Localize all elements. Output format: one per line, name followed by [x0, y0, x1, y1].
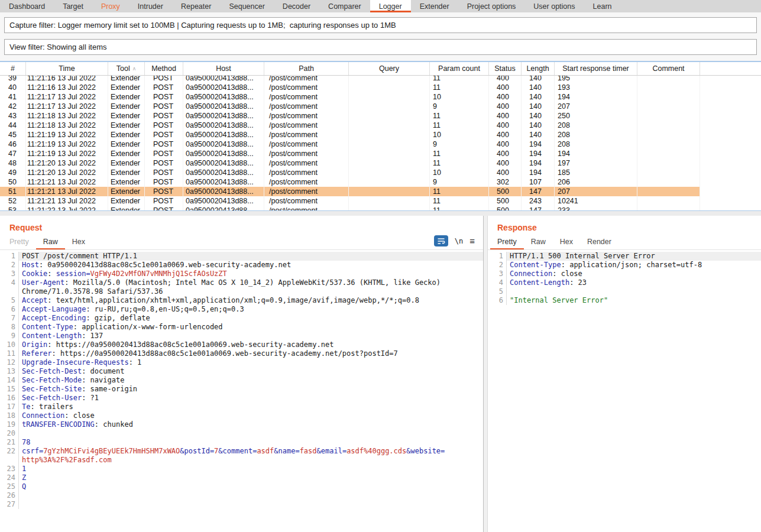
cell-filler [700, 102, 761, 111]
line-content: Upgrade-Insecure-Requests: 1 [19, 358, 483, 367]
log-row-42[interactable]: 4211:21:17 13 Jul 2022ExtenderPOST0a9500… [0, 102, 761, 111]
cell-host: 0a9500020413d88... [183, 102, 264, 111]
col-header-query[interactable]: Query [349, 62, 430, 75]
nav-tab-learn[interactable]: Learn [584, 0, 621, 12]
cell-query [349, 149, 430, 158]
cell-param_count: 11 [430, 111, 489, 121]
log-row-52[interactable]: 5211:21:21 13 Jul 2022ExtenderPOST0a9500… [0, 196, 761, 206]
nav-tab-logger[interactable]: Logger [370, 0, 411, 12]
col-header-time[interactable]: Time [26, 62, 108, 75]
cell-timer: 207 [555, 102, 637, 111]
col-header-comment[interactable]: Comment [637, 62, 700, 75]
cell-host: 0a9500020413d88... [183, 111, 264, 121]
line-number: 17 [0, 403, 19, 411]
cell-time: 11:21:18 13 Jul 2022 [26, 111, 108, 121]
response-tab-render[interactable]: Render [580, 235, 618, 249]
log-row-49[interactable]: 4911:21:20 13 Jul 2022ExtenderPOST0a9500… [0, 168, 761, 177]
col-header--[interactable]: # [0, 62, 26, 75]
cell-path: /post/comment [264, 102, 349, 111]
cell-length: 194 [522, 149, 555, 158]
cell-num: 46 [0, 140, 26, 149]
view-filter-bar[interactable]: View filter: Showing all items [4, 39, 757, 55]
splitter-horizontal[interactable] [0, 211, 761, 216]
nav-tab-sequencer[interactable]: Sequencer [220, 0, 273, 12]
col-header-method[interactable]: Method [145, 62, 183, 75]
cell-status: 400 [489, 168, 522, 177]
cell-host: 0a9500020413d88... [183, 187, 264, 196]
cell-host: 0a9500020413d88... [183, 149, 264, 158]
log-row-39[interactable]: 3911:21:16 13 Jul 2022ExtenderPOST0a9500… [0, 76, 761, 83]
log-row-51[interactable]: 5111:21:21 13 Jul 2022ExtenderPOST0a9500… [0, 187, 761, 196]
response-tab-pretty[interactable]: Pretty [490, 235, 524, 249]
cell-tool: Extender [108, 121, 145, 130]
request-tab-raw[interactable]: Raw [36, 235, 65, 249]
capture-filter-bar[interactable]: Capture filter: Logger memory limit set … [4, 17, 757, 33]
cell-param_count: 11 [430, 76, 489, 83]
col-header-host[interactable]: Host [183, 62, 264, 75]
log-row-53[interactable]: 5311:21:22 13 Jul 2022ExtenderPOST0a9500… [0, 206, 761, 210]
cell-tool: Extender [108, 187, 145, 196]
log-row-50[interactable]: 5011:21:21 13 Jul 2022ExtenderPOST0a9500… [0, 177, 761, 187]
nav-tab-comparer[interactable]: Comparer [319, 0, 370, 12]
col-header-path[interactable]: Path [264, 62, 349, 75]
col-header-tool[interactable]: Tool∧ [108, 62, 145, 75]
log-row-47[interactable]: 4711:21:19 13 Jul 2022ExtenderPOST0a9500… [0, 149, 761, 158]
word-wrap-toggle-icon[interactable] [434, 235, 448, 246]
response-tab-hex[interactable]: Hex [553, 235, 580, 249]
cell-timer: 197 [555, 158, 637, 168]
response-title: Response [497, 223, 761, 232]
response-tab-raw[interactable]: Raw [524, 235, 553, 249]
request-tab-pretty[interactable]: Pretty [2, 235, 36, 249]
log-row-46[interactable]: 4611:21:19 13 Jul 2022ExtenderPOST0a9500… [0, 140, 761, 149]
nav-tab-dashboard[interactable]: Dashboard [0, 0, 54, 12]
log-row-43[interactable]: 4311:21:18 13 Jul 2022ExtenderPOST0a9500… [0, 111, 761, 121]
code-line: 8Content-Type: application/x-www-form-ur… [0, 323, 483, 332]
cell-time: 11:21:17 13 Jul 2022 [26, 102, 108, 111]
log-row-41[interactable]: 4111:21:17 13 Jul 2022ExtenderPOST0a9500… [0, 92, 761, 102]
response-editor[interactable]: 1HTTP/1.1 500 Internal Server Error2Cont… [488, 250, 761, 532]
nav-tab-intruder[interactable]: Intruder [129, 0, 172, 12]
cell-status: 400 [489, 121, 522, 130]
log-row-44[interactable]: 4411:21:18 13 Jul 2022ExtenderPOST0a9500… [0, 121, 761, 130]
nav-tab-user-options[interactable]: User options [524, 0, 584, 12]
editor-menu-icon[interactable]: ≡ [469, 236, 475, 245]
col-header-length[interactable]: Length [522, 62, 555, 75]
cell-path: /post/comment [264, 121, 349, 130]
line-content: Content-Length: 23 [507, 278, 761, 287]
col-header-label: Time [59, 64, 75, 73]
col-header-param-count[interactable]: Param count [430, 62, 489, 75]
response-tabs: PrettyRawHexRender [488, 235, 761, 250]
nav-tab-decoder[interactable]: Decoder [274, 0, 319, 12]
cell-timer: 206 [555, 177, 637, 187]
nav-tab-extender[interactable]: Extender [411, 0, 458, 12]
cell-num: 48 [0, 158, 26, 168]
col-header-status[interactable]: Status [489, 62, 522, 75]
cell-status: 400 [489, 102, 522, 111]
show-newlines-icon[interactable]: \n [455, 237, 463, 245]
nav-tab-repeater[interactable]: Repeater [172, 0, 220, 12]
code-line: 12Upgrade-Insecure-Requests: 1 [0, 358, 483, 367]
nav-tab-project-options[interactable]: Project options [458, 0, 525, 12]
nav-tab-target[interactable]: Target [54, 0, 92, 12]
cell-tool: Extender [108, 102, 145, 111]
splitter-vertical[interactable] [483, 216, 488, 532]
cell-filler [700, 121, 761, 130]
line-number: 3 [488, 270, 507, 278]
line-number: 23 [0, 465, 19, 473]
logger-table-body[interactable]: 3911:21:16 13 Jul 2022ExtenderPOST0a9500… [0, 76, 761, 210]
line-content: Te: trailers [19, 403, 483, 411]
line-number: 5 [488, 287, 507, 296]
log-row-48[interactable]: 4811:21:20 13 Jul 2022ExtenderPOST0a9500… [0, 158, 761, 168]
log-row-40[interactable]: 4011:21:16 13 Jul 2022ExtenderPOST0a9500… [0, 83, 761, 92]
log-row-45[interactable]: 4511:21:19 13 Jul 2022ExtenderPOST0a9500… [0, 130, 761, 140]
line-content: 1 [19, 465, 483, 473]
cell-method: POST [145, 83, 183, 92]
request-tab-hex[interactable]: Hex [65, 235, 92, 249]
request-editor[interactable]: 1POST /post/comment HTTP/1.12Host: 0a950… [0, 250, 483, 532]
nav-tab-proxy[interactable]: Proxy [92, 0, 129, 12]
cell-num: 44 [0, 121, 26, 130]
line-content [19, 500, 483, 509]
cell-num: 47 [0, 149, 26, 158]
col-header-start-response-timer[interactable]: Start response timer [555, 62, 637, 75]
code-line: 6Accept-Language: ru-RU,ru;q=0.8,en-US;q… [0, 305, 483, 314]
